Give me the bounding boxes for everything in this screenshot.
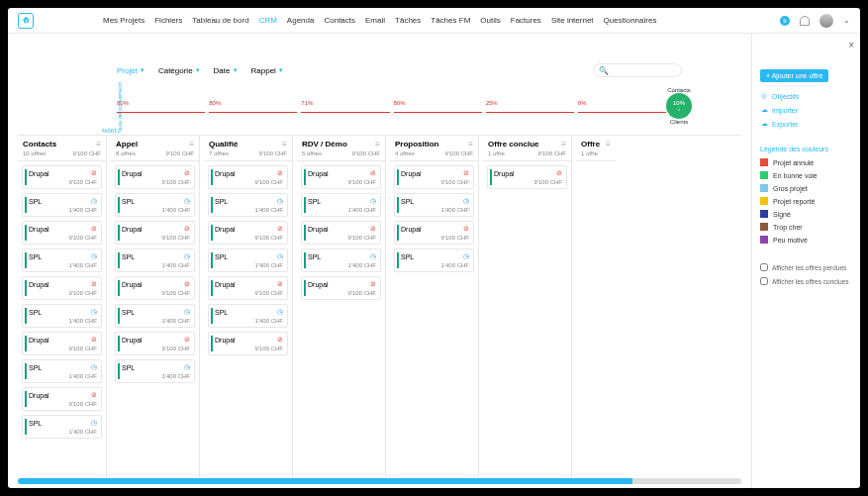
offer-card[interactable]: Drupal⊘9'100 CHF: [208, 165, 288, 189]
offer-card[interactable]: SPL◷1'400 CHF: [115, 193, 195, 217]
top-menu: Mes ProjetsFichiersTableau de bordCRMAge…: [103, 16, 656, 25]
column-menu-icon[interactable]: ≡: [375, 140, 380, 149]
menu-item[interactable]: Email: [365, 16, 385, 25]
offer-card[interactable]: SPL◷1'400 CHF: [115, 248, 195, 272]
toggle-option[interactable]: Afficher les offres perdues: [760, 263, 852, 271]
notification-badge[interactable]: 9: [780, 16, 790, 26]
side-link[interactable]: ☁Exporter: [760, 120, 852, 128]
offer-card[interactable]: Drupal⊘9'100 CHF: [394, 221, 474, 245]
offer-card[interactable]: Drupal⊘9'100 CHF: [301, 276, 381, 300]
legend-swatch: [760, 158, 768, 166]
menu-item[interactable]: Tâches FM: [431, 16, 470, 25]
menu-item[interactable]: Contacts: [324, 16, 355, 25]
kanban-column: Offre conclue≡1 offre9'100 CHFDrupal⊘9'1…: [483, 136, 572, 478]
offer-card[interactable]: Drupal⊘9'100 CHF: [115, 332, 195, 355]
offer-card[interactable]: SPL◷1'400 CHF: [208, 304, 288, 328]
chevron-down-icon: ▾: [196, 66, 200, 74]
offer-card[interactable]: Drupal⊘9'100 CHF: [22, 221, 102, 245]
status-icon: ⊘: [184, 280, 190, 288]
offer-card[interactable]: Drupal⊘9'100 CHF: [115, 276, 195, 300]
column-menu-icon[interactable]: ≡: [561, 140, 566, 149]
column-header: Contacts≡10 offres9'100 CHF: [18, 136, 106, 161]
offer-card[interactable]: Drupal⊘9'100 CHF: [301, 165, 381, 189]
status-icon: ⊘: [277, 225, 283, 233]
offer-card[interactable]: SPL◷1'400 CHF: [208, 248, 288, 272]
column-menu-icon[interactable]: ≡: [189, 140, 194, 149]
search-input[interactable]: 🔍: [593, 63, 682, 77]
add-offer-button[interactable]: + Ajouter une offre: [760, 69, 828, 82]
filter-pill[interactable]: Date ▾: [214, 66, 238, 75]
summary-column: 71%: [301, 100, 389, 113]
menu-item[interactable]: CRM: [259, 16, 277, 25]
status-icon: ⊘: [463, 169, 469, 177]
offer-card[interactable]: Drupal⊘9'100 CHF: [22, 276, 102, 300]
menu-item[interactable]: Outils: [480, 16, 500, 25]
offer-card[interactable]: SPL◷1'400 CHF: [394, 193, 474, 217]
offer-card[interactable]: SPL◷1'400 CHF: [394, 248, 474, 272]
chevron-down-icon[interactable]: ⌄: [843, 16, 850, 25]
offer-card[interactable]: SPL◷1'400 CHF: [22, 193, 102, 217]
menu-item[interactable]: Tâches: [395, 16, 421, 25]
side-link[interactable]: ☁Importer: [760, 106, 852, 114]
legend-item: Trop cher: [760, 223, 852, 231]
offer-card[interactable]: Drupal⊘9'100 CHF: [22, 387, 102, 411]
offer-card[interactable]: Drupal⊘9'100 CHF: [487, 165, 567, 189]
kanban-column: Proposition≡4 offres9'100 CHFDrupal⊘9'10…: [390, 136, 479, 478]
offer-card[interactable]: Drupal⊘9'100 CHF: [208, 276, 288, 300]
offer-card[interactable]: Drupal⊘9'100 CHF: [22, 165, 102, 189]
menu-item[interactable]: Site internet: [551, 16, 594, 25]
avatar[interactable]: [820, 14, 833, 28]
offer-card[interactable]: SPL◷1'400 CHF: [301, 248, 381, 272]
logo-icon: ⟰: [18, 13, 34, 29]
offer-card[interactable]: SPL◷1'400 CHF: [301, 193, 381, 217]
column-header: Qualifié≡7 offres9'100 CHF: [204, 136, 292, 161]
chevron-down-icon: ▾: [141, 66, 145, 74]
side-link[interactable]: ◎Objectifs: [760, 92, 852, 100]
checkbox[interactable]: [760, 277, 768, 285]
offer-card[interactable]: Drupal⊘9'100 CHF: [208, 221, 288, 245]
menu-item[interactable]: Fichiers: [154, 16, 182, 25]
summary-column: 80%: [394, 100, 482, 113]
offer-card[interactable]: Drupal⊘9'100 CHF: [115, 165, 195, 189]
column-menu-icon[interactable]: ≡: [468, 140, 473, 149]
filter-pill[interactable]: Rappel ▾: [251, 66, 283, 75]
offer-card[interactable]: SPL◷1'400 CHF: [22, 304, 102, 328]
filter-pill[interactable]: Projet ▾: [117, 66, 145, 75]
conversion-circle: 10% ↓: [666, 93, 692, 119]
offer-card[interactable]: Drupal⊘9'100 CHF: [394, 165, 474, 189]
menu-item[interactable]: Mes Projets: [103, 16, 145, 25]
legend-swatch: [760, 210, 768, 218]
legend-item: Gros projet: [760, 184, 852, 192]
status-icon: ◷: [184, 308, 190, 316]
status-icon: ⊘: [370, 225, 376, 233]
offer-card[interactable]: Drupal⊘9'100 CHF: [208, 332, 288, 355]
horizontal-scrollbar[interactable]: [18, 478, 741, 484]
column-menu-icon[interactable]: ≡: [606, 140, 611, 149]
menu-item[interactable]: Agenda: [287, 16, 315, 25]
column-menu-icon[interactable]: ≡: [282, 140, 287, 149]
status-icon: ⊘: [91, 225, 97, 233]
bell-icon[interactable]: [800, 16, 810, 26]
offer-card[interactable]: SPL◷1'400 CHF: [22, 248, 102, 272]
menu-item[interactable]: Tableau de bord: [192, 16, 248, 25]
column-menu-icon[interactable]: ≡: [96, 140, 101, 149]
menu-item[interactable]: Factures: [511, 16, 541, 25]
offer-card[interactable]: Drupal⊘9'100 CHF: [301, 221, 381, 245]
offer-card[interactable]: SPL◷1'400 CHF: [115, 304, 195, 328]
menu-item[interactable]: Questionnaires: [604, 16, 657, 25]
offer-card[interactable]: SPL◷1'400 CHF: [22, 359, 102, 383]
status-icon: ⊘: [91, 169, 97, 177]
offer-card[interactable]: SPL◷1'400 CHF: [22, 415, 102, 439]
filter-pill[interactable]: Catégorie ▾: [158, 66, 200, 75]
circle-bot-label: Clients: [670, 119, 688, 125]
checkbox[interactable]: [760, 263, 768, 271]
offer-card[interactable]: SPL◷1'400 CHF: [208, 193, 288, 217]
kanban-column: Contacts≡10 offres9'100 CHFDrupal⊘9'100 …: [18, 136, 107, 478]
offer-card[interactable]: Drupal⊘9'100 CHF: [115, 221, 195, 245]
offer-card[interactable]: SPL◷1'400 CHF: [115, 359, 195, 383]
status-icon: ◷: [91, 419, 97, 427]
status-icon: ⊘: [91, 391, 97, 399]
offer-card[interactable]: Drupal⊘9'100 CHF: [22, 332, 102, 355]
close-icon[interactable]: ×: [848, 40, 854, 50]
toggle-option[interactable]: Afficher les offres conclues: [760, 277, 852, 285]
